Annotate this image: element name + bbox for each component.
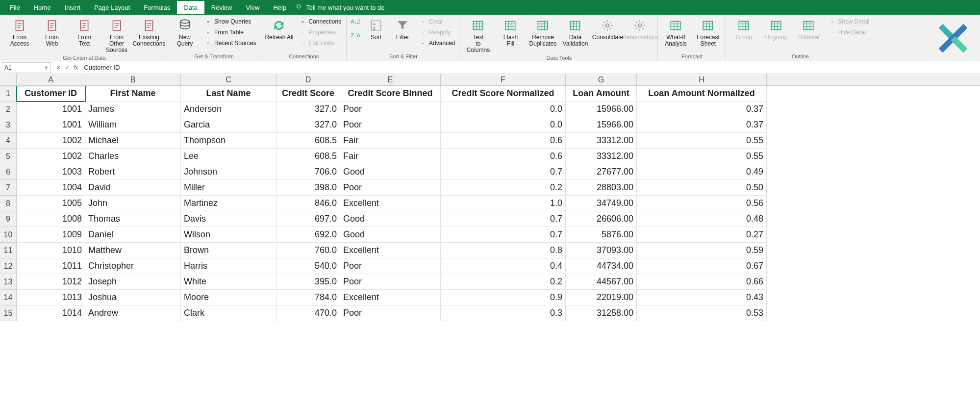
cell-E10[interactable]: Good: [340, 227, 441, 243]
cell-C15[interactable]: Clark: [181, 305, 276, 321]
cell-G8[interactable]: 34749.00: [566, 196, 637, 211]
cell-H1[interactable]: Loan Amount Normalized: [637, 86, 767, 102]
cell-H13[interactable]: 0.66: [637, 274, 767, 290]
cell-B1[interactable]: First Name: [85, 86, 181, 102]
btn-data-validation[interactable]: DataValidation: [560, 17, 590, 48]
cell-A9[interactable]: 1008: [17, 211, 85, 227]
cell-F2[interactable]: 0.0: [441, 102, 566, 117]
cell-H11[interactable]: 0.59: [637, 243, 767, 258]
col-header-D[interactable]: D: [276, 74, 340, 85]
cell-F3[interactable]: 0.0: [441, 117, 566, 133]
cell-D15[interactable]: 470.0: [276, 305, 340, 321]
cell-C3[interactable]: Garcia: [181, 117, 276, 133]
tab-review[interactable]: Review: [204, 1, 239, 14]
cell-E9[interactable]: Good: [340, 211, 441, 227]
cell-H9[interactable]: 0.48: [637, 211, 767, 227]
cell-H12[interactable]: 0.67: [637, 258, 767, 274]
cell-F15[interactable]: 0.3: [441, 305, 566, 321]
row-header-11[interactable]: 11: [0, 243, 17, 258]
select-all-corner[interactable]: [0, 74, 17, 85]
row-header-8[interactable]: 8: [0, 196, 17, 211]
cell-D12[interactable]: 540.0: [276, 258, 340, 274]
col-header-F[interactable]: F: [441, 74, 566, 85]
cell-A12[interactable]: 1011: [17, 258, 85, 274]
cell-A2[interactable]: 1001: [17, 102, 85, 117]
tab-home[interactable]: Home: [27, 1, 58, 14]
cell-F5[interactable]: 0.6: [441, 149, 566, 164]
row-header-13[interactable]: 13: [0, 274, 17, 290]
cell-H3[interactable]: 0.37: [637, 117, 767, 133]
cell-C7[interactable]: Miller: [181, 180, 276, 196]
cell-B5[interactable]: Charles: [85, 149, 181, 164]
btn-forecast-sheet[interactable]: ForecastSheet: [693, 17, 723, 48]
cell-H7[interactable]: 0.50: [637, 180, 767, 196]
fx-icon[interactable]: fx: [74, 64, 78, 71]
cell-G7[interactable]: 28803.00: [566, 180, 637, 196]
col-header-G[interactable]: G: [566, 74, 637, 85]
cell-F1[interactable]: Credit Score Normalized: [441, 86, 566, 102]
cell-A5[interactable]: 1002: [17, 149, 85, 164]
col-header-C[interactable]: C: [181, 74, 276, 85]
cell-A13[interactable]: 1012: [17, 274, 85, 290]
btn-from-text[interactable]: FromText: [70, 17, 99, 48]
tab-view[interactable]: View: [239, 1, 266, 14]
cell-B13[interactable]: Joseph: [85, 274, 181, 290]
cell-B10[interactable]: Daniel: [85, 227, 181, 243]
col-header-B[interactable]: B: [85, 74, 181, 85]
cell-G3[interactable]: 15966.00: [566, 117, 637, 133]
cell-E2[interactable]: Poor: [340, 102, 441, 117]
cell-D10[interactable]: 692.0: [276, 227, 340, 243]
cell-A4[interactable]: 1002: [17, 133, 85, 149]
cell-C11[interactable]: Brown: [181, 243, 276, 258]
cell-B8[interactable]: John: [85, 196, 181, 211]
cell-D11[interactable]: 760.0: [276, 243, 340, 258]
cell-B3[interactable]: William: [85, 117, 181, 133]
cell-F9[interactable]: 0.7: [441, 211, 566, 227]
cell-G9[interactable]: 26606.00: [566, 211, 637, 227]
cell-G12[interactable]: 44734.00: [566, 258, 637, 274]
cell-D7[interactable]: 398.0: [276, 180, 340, 196]
cell-B14[interactable]: Joshua: [85, 290, 181, 305]
cell-A7[interactable]: 1004: [17, 180, 85, 196]
tell-me-search[interactable]: Tell me what you want to do: [296, 4, 384, 11]
mini-recent-sources[interactable]: ▫Recent Sources: [202, 38, 258, 48]
cell-F6[interactable]: 0.7: [441, 164, 566, 180]
cell-C5[interactable]: Lee: [181, 149, 276, 164]
cell-G4[interactable]: 33312.00: [566, 133, 637, 149]
cell-G14[interactable]: 22019.00: [566, 290, 637, 305]
cell-D4[interactable]: 608.5: [276, 133, 340, 149]
cell-F13[interactable]: 0.2: [441, 274, 566, 290]
cell-H8[interactable]: 0.56: [637, 196, 767, 211]
cell-A14[interactable]: 1013: [17, 290, 85, 305]
cell-H2[interactable]: 0.37: [637, 102, 767, 117]
row-header-14[interactable]: 14: [0, 290, 17, 305]
cell-C12[interactable]: Harris: [181, 258, 276, 274]
cell-C10[interactable]: Wilson: [181, 227, 276, 243]
cell-E13[interactable]: Poor: [340, 274, 441, 290]
btn-flash-fill[interactable]: FlashFill: [496, 17, 525, 48]
filter-button[interactable]: Filter: [391, 17, 414, 42]
cell-H14[interactable]: 0.43: [637, 290, 767, 305]
cell-H15[interactable]: 0.53: [637, 305, 767, 321]
cell-G1[interactable]: Loan Amount: [566, 86, 637, 102]
cell-E15[interactable]: Poor: [340, 305, 441, 321]
row-header-4[interactable]: 4: [0, 133, 17, 149]
tab-page-layout[interactable]: Page Layout: [87, 1, 137, 14]
btn-from-web[interactable]: FromWeb: [37, 17, 67, 48]
row-header-2[interactable]: 2: [0, 102, 17, 117]
cell-H5[interactable]: 0.55: [637, 149, 767, 164]
cell-A11[interactable]: 1010: [17, 243, 85, 258]
cell-C4[interactable]: Thompson: [181, 133, 276, 149]
cell-E6[interactable]: Good: [340, 164, 441, 180]
btn-what-if-analysis[interactable]: What-IfAnalysis: [661, 17, 690, 48]
col-header-H[interactable]: H: [637, 74, 767, 85]
cell-D14[interactable]: 784.0: [276, 290, 340, 305]
cancel-icon[interactable]: ✕: [56, 64, 61, 71]
cell-B4[interactable]: Michael: [85, 133, 181, 149]
cell-E8[interactable]: Excellent: [340, 196, 441, 211]
row-header-1[interactable]: 1: [0, 86, 17, 102]
btn-existing-connections[interactable]: ExistingConnections: [134, 17, 164, 48]
cell-B2[interactable]: James: [85, 102, 181, 117]
cell-D1[interactable]: Credit Score: [276, 86, 340, 102]
cell-E12[interactable]: Poor: [340, 258, 441, 274]
